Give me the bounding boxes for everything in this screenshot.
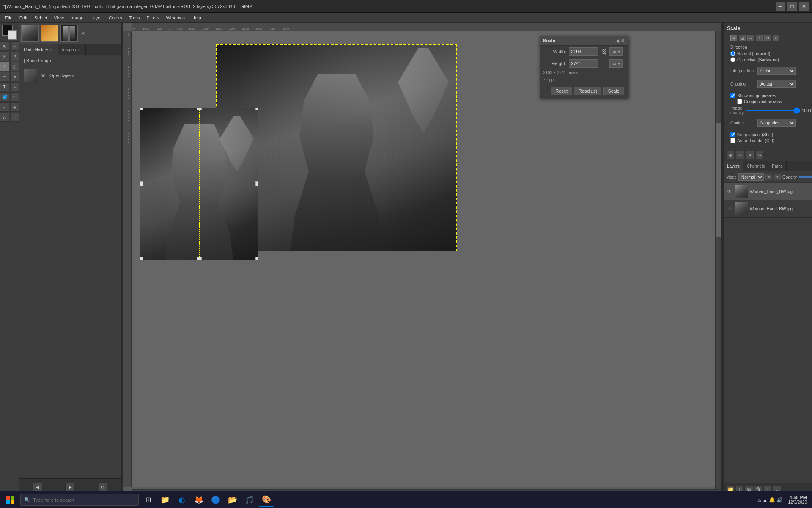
background-swatch[interactable] xyxy=(8,30,17,40)
layer-1-visibility[interactable]: 👁 xyxy=(726,205,733,212)
tool-select[interactable]: ↖ xyxy=(0,41,9,51)
transform-icon-4[interactable]: ↕ xyxy=(756,35,763,41)
transform-icon-3[interactable]: ↔ xyxy=(747,35,754,41)
around-center-checkbox[interactable] xyxy=(730,138,735,143)
scale-handle-bottom-right[interactable] xyxy=(255,257,258,260)
show-image-preview-checkbox[interactable] xyxy=(730,93,735,98)
tool-fuzzy-select[interactable]: ⊹ xyxy=(10,41,19,51)
clipping-select[interactable]: Adjust Clip xyxy=(757,80,796,88)
tool-scale[interactable]: ⌖ xyxy=(0,62,9,71)
tray-icons[interactable]: ⌂ ▲ 🔔 🔊 xyxy=(758,497,783,503)
tab-images[interactable]: Images ✕ xyxy=(58,44,86,55)
width-unit-select[interactable]: px ▾ xyxy=(609,47,623,56)
scale-handle-bottom-middle[interactable] xyxy=(197,257,202,260)
tb-btn-4[interactable]: ↪ xyxy=(755,151,764,159)
guides-select[interactable]: No guides Center lines Rule of thirds xyxy=(757,119,796,127)
layer-thumb-header[interactable] xyxy=(60,25,78,42)
tb-btn-1[interactable]: ⊕ xyxy=(726,151,735,159)
composited-preview-checkbox[interactable] xyxy=(737,99,742,104)
menu-view[interactable]: View xyxy=(50,14,67,21)
search-input[interactable] xyxy=(33,497,135,502)
vertical-scrollbar[interactable] xyxy=(715,31,721,489)
mode-legacy-btn[interactable]: ≡ xyxy=(765,174,772,180)
menu-edit[interactable]: Edit xyxy=(16,14,31,21)
scale-handle-top-left[interactable] xyxy=(140,108,143,110)
readjust-button[interactable]: Readjust xyxy=(574,87,601,95)
tool-gradient[interactable]: ⬚ xyxy=(10,92,19,102)
panel-btn-back[interactable]: ◀ xyxy=(33,483,42,492)
tool-heal[interactable]: ⊕ xyxy=(10,82,19,91)
taskbar-files[interactable]: 📂 xyxy=(225,493,240,507)
height-unit-select[interactable]: px ▾ xyxy=(609,59,623,68)
menu-layer[interactable]: Layer xyxy=(87,14,106,21)
tool-text[interactable]: T xyxy=(0,82,9,91)
keep-aspect-checkbox[interactable] xyxy=(730,132,735,137)
menu-select[interactable]: Select xyxy=(31,14,51,21)
tool-a[interactable]: A xyxy=(0,113,9,122)
color-swatch-thumb[interactable] xyxy=(41,25,58,42)
taskbar-gimp[interactable]: 🎨 xyxy=(259,493,274,507)
menu-filters[interactable]: Filters xyxy=(143,14,163,21)
taskbar-edge[interactable]: ◐ xyxy=(174,493,189,507)
history-base-image[interactable]: [ Base Image ] xyxy=(19,55,121,66)
chain-link-icon[interactable]: ⛓ xyxy=(601,48,607,55)
mode-select[interactable]: Normal Multiply Screen xyxy=(738,173,764,181)
taskview-button[interactable]: ⊞ xyxy=(140,493,156,507)
tool-zoom[interactable]: ⌁ xyxy=(0,102,9,112)
v-scroll-thumb[interactable] xyxy=(716,123,721,237)
reset-button[interactable]: Reset xyxy=(551,87,572,95)
normal-forward-radio[interactable] xyxy=(730,51,735,56)
tool-eraser[interactable]: ⌀ xyxy=(10,72,19,81)
scale-handle-top-right[interactable] xyxy=(255,108,258,110)
tool-pencil[interactable]: ✏ xyxy=(0,72,9,81)
active-image-thumb[interactable] xyxy=(21,25,39,42)
taskbar-firefox[interactable]: 🦊 xyxy=(191,493,206,507)
dialog-shrink-icon[interactable]: ◀ xyxy=(616,39,619,43)
layers-tab[interactable]: Layers xyxy=(724,161,743,171)
layer-item-1[interactable]: 👁 Woman_Hand_BW.jpg xyxy=(724,200,812,218)
tool-rect-select[interactable]: ⌗ xyxy=(10,52,19,61)
scale-handle-bottom-left[interactable] xyxy=(140,257,143,260)
transform-icon-2[interactable]: ◱ xyxy=(739,35,746,41)
layer-0-visibility[interactable]: 👁 xyxy=(726,188,733,195)
menu-help[interactable]: Help xyxy=(188,14,205,21)
tb-btn-3[interactable]: ✕ xyxy=(746,151,754,159)
tab-undo-close[interactable]: ✕ xyxy=(50,48,53,52)
transform-icon-6[interactable]: ✦ xyxy=(773,35,779,41)
transform-icon-1[interactable]: ⌖ xyxy=(730,35,737,41)
color-swatches[interactable] xyxy=(2,25,18,41)
panel-btn-fwd[interactable]: ▶ xyxy=(66,483,75,492)
scale-handle-top-middle[interactable] xyxy=(197,108,202,110)
width-input[interactable] xyxy=(569,47,598,56)
paths-tab[interactable]: Paths xyxy=(768,161,787,171)
open-layers-row[interactable]: 👁 Open layers xyxy=(19,66,121,85)
menu-image[interactable]: Image xyxy=(67,14,87,21)
mode-menu-btn[interactable]: ▾ xyxy=(774,174,781,180)
close-button[interactable]: ✕ xyxy=(799,2,809,11)
tb-btn-2[interactable]: ↩ xyxy=(736,151,744,159)
tool-scissors[interactable]: ✂ xyxy=(0,52,9,61)
channels-tab[interactable]: Channels xyxy=(743,161,768,171)
layer-opacity-slider[interactable] xyxy=(798,176,812,178)
tool-move[interactable]: ✛ xyxy=(10,102,19,112)
tool-fill[interactable]: 🪣 xyxy=(0,92,9,102)
tab-undo-history[interactable]: Undo History ✕ xyxy=(19,44,58,55)
corrective-backward-radio[interactable] xyxy=(730,57,735,62)
foreground-photo[interactable] xyxy=(140,108,258,260)
opacity-slider[interactable] xyxy=(746,110,800,111)
taskbar-explorer[interactable]: 📁 xyxy=(157,493,173,507)
panel-btn-refresh[interactable]: ↺ xyxy=(98,483,107,492)
scale-handle-middle-right[interactable] xyxy=(255,181,258,186)
canvas-area[interactable]: 0 -1000 -500 0 500 1000 1500 2000 2500 3… xyxy=(123,23,721,495)
minimize-button[interactable]: ─ xyxy=(776,2,785,11)
height-input[interactable] xyxy=(569,59,598,68)
scale-handle-middle-left[interactable] xyxy=(140,181,143,186)
interpolation-select[interactable]: Cubic Linear None NoHalo xyxy=(757,67,796,75)
menu-tools[interactable]: Tools xyxy=(126,14,143,21)
menu-file[interactable]: File xyxy=(2,14,16,21)
close-tab-x[interactable]: ✕ xyxy=(80,30,86,37)
search-bar[interactable]: 🔍 xyxy=(20,494,139,506)
transform-icon-5[interactable]: ⟲ xyxy=(764,35,771,41)
menu-colors[interactable]: Colors xyxy=(105,14,126,21)
tool-path[interactable]: ⬡ xyxy=(10,62,19,71)
